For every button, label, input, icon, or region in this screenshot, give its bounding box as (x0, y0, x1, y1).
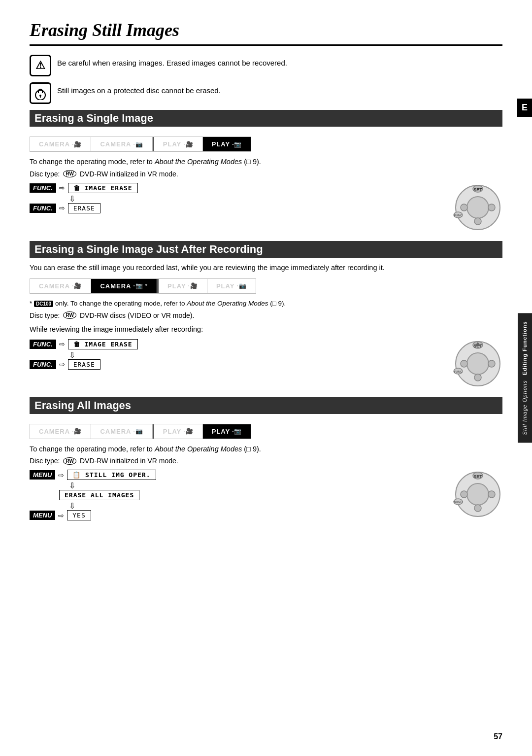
dial-control-2: SET FUNC (453, 339, 502, 388)
step-row-1-1: FUNC. ⇨ 🗑 IMAGE ERASE (30, 183, 438, 193)
warning-notice: ⚠ Be careful when erasing images. Erased… (30, 55, 502, 76)
info-notice: Still images on a protected disc cannot … (30, 82, 502, 104)
sidebar-line1: Editing Functions (521, 321, 529, 375)
dc100-badge: DC100 (34, 301, 53, 307)
arrow-3-3: ⇨ (58, 512, 64, 519)
disc-type-3: Disc type: RW DVD-RW initialized in VR m… (30, 457, 502, 465)
step-box-1-1: 🗑 IMAGE ERASE (68, 183, 138, 193)
mode-btn-play-photo-3: PLAY ·📷 (203, 424, 251, 439)
steps-1: FUNC. ⇨ 🗑 IMAGE ERASE ⇩ FUNC. ⇨ ERASE (30, 183, 438, 215)
instruction-area-1: FUNC. ⇨ 🗑 IMAGE ERASE ⇩ FUNC. ⇨ ERASE SE… (30, 183, 502, 232)
dvdrw-badge-3: RW (63, 457, 76, 465)
mode-btn-camera-photo-2: CAMERA ·📷 * (91, 279, 157, 293)
section-title-3: Erasing All Images (30, 397, 502, 414)
step-box-3-3: YES (67, 510, 91, 520)
mode-btn-play-video-1: PLAY ·🎥 (154, 137, 203, 151)
mode-btn-play-photo-1: PLAY ·📷 (203, 137, 251, 151)
mode-btn-play-photo-2: PLAY ·📷 (207, 279, 256, 293)
page-number: 57 (494, 732, 502, 741)
photo-sym-3: ·📷 (133, 428, 143, 435)
svg-point-13 (467, 353, 489, 375)
photo-sym-1: ·📷 (133, 141, 143, 148)
func-label-2-2: FUNC. (30, 360, 56, 369)
menu-label-3-1: MENU (30, 470, 55, 480)
step-row-2-1: FUNC. ⇨ 🗑 IMAGE ERASE (30, 339, 438, 349)
section-single-image: Erasing a Single Image CAMERA ·🎥 CAMERA … (30, 110, 502, 232)
instruction-area-3: MENU ⇨ 📋 STILL IMG OPER. ⇩ ERASE ALL IMA… (30, 470, 502, 522)
dvdrw-badge-1: RW (63, 170, 76, 177)
disc-type-1: Disc type: RW DVD-RW initialized in VR m… (30, 170, 502, 178)
step-box-2-2: ERASE (68, 359, 100, 370)
dial-control-1: SET FUNC (453, 183, 502, 232)
camera-photo-label-2: CAMERA (100, 282, 131, 290)
arrow-1-1: ⇨ (59, 184, 65, 192)
video-sym-2: ·🎥 (72, 282, 82, 289)
page-title: Erasing Still Images (30, 20, 502, 40)
play-video-sym-2: ·🎥 (188, 282, 198, 289)
mode-btn-play-video-2: PLAY ·🎥 (159, 279, 207, 293)
lock-icon (30, 82, 51, 104)
section-title-1: Erasing a Single Image (30, 110, 502, 127)
section-title-2: Erasing a Single Image Just After Record… (30, 241, 502, 258)
info-text: Still images on a protected disc cannot … (57, 82, 221, 95)
svg-text:FUNC: FUNC (454, 370, 463, 373)
func-label-1-2: FUNC. (30, 204, 56, 213)
play-video-label-3: PLAY (163, 428, 181, 435)
step-row-3-3: MENU ⇨ YES (30, 510, 438, 520)
play-photo-label-3: PLAY (212, 428, 230, 435)
step-box-3-2: ERASE ALL IMAGES (59, 490, 139, 500)
arrow-down-2-1: ⇩ (69, 351, 438, 359)
camera-photo-label-3: CAMERA (100, 428, 131, 435)
disc-type-2: Disc type: RW DVD-RW discs (VIDEO or VR … (30, 311, 502, 319)
svg-point-4 (467, 197, 489, 218)
svg-point-7 (461, 204, 467, 211)
svg-point-8 (488, 204, 495, 211)
camera-photo-label-1: CAMERA (100, 140, 131, 148)
body-text-1: To change the operating mode, refer to A… (30, 157, 502, 168)
e-tab: E (517, 99, 532, 117)
description-2: You can erase the still image you record… (30, 263, 502, 274)
arrow-down-3-2: ⇩ (69, 502, 438, 510)
warning-icon: ⚠ (30, 55, 51, 76)
svg-point-16 (461, 360, 467, 367)
steps-3: MENU ⇨ 📋 STILL IMG OPER. ⇩ ERASE ALL IMA… (30, 470, 438, 522)
svg-point-27 (488, 491, 495, 498)
step-row-3-2: ERASE ALL IMAGES (59, 490, 438, 500)
section-all-images: Erasing All Images CAMERA ·🎥 CAMERA ·📷 P… (30, 397, 502, 523)
play-photo-label-2: PLAY (216, 282, 234, 290)
arrow-2-2: ⇨ (59, 360, 65, 368)
play-photo-sym-1: ·📷 (232, 141, 242, 148)
svg-point-23 (467, 483, 489, 505)
body-text-3: To change the operating mode, refer to A… (30, 444, 502, 455)
svg-text:SET: SET (473, 187, 482, 192)
play-photo-label-1: PLAY (212, 140, 230, 148)
play-video-sym-1: ·🎥 (183, 141, 193, 148)
steps-2: FUNC. ⇨ 🗑 IMAGE ERASE ⇩ FUNC. ⇨ ERASE (30, 339, 438, 372)
svg-point-26 (461, 491, 467, 498)
instruction-area-2: FUNC. ⇨ 🗑 IMAGE ERASE ⇩ FUNC. ⇨ ERASE SE… (30, 339, 502, 388)
play-video-sym-3: ·🎥 (183, 428, 193, 435)
asterisk-2: * (145, 283, 148, 289)
dvdrw-badge-2: RW (63, 311, 76, 319)
arrow-3-1: ⇨ (58, 471, 64, 479)
section-single-after: Erasing a Single Image Just After Record… (30, 241, 502, 388)
mode-btn-play-video-3: PLAY ·🎥 (154, 424, 203, 439)
mode-btn-camera-photo-1: CAMERA ·📷 (91, 137, 152, 151)
camera-video-label-3: CAMERA (39, 428, 70, 435)
svg-point-28 (474, 505, 481, 512)
step-row-3-1: MENU ⇨ 📋 STILL IMG OPER. (30, 470, 438, 480)
svg-text:MENU: MENU (454, 501, 463, 504)
camera-video-label-2: CAMERA (39, 282, 70, 290)
svg-point-17 (488, 360, 495, 367)
warning-text: Be careful when erasing images. Erased i… (57, 55, 287, 67)
play-video-label-2: PLAY (167, 282, 186, 290)
dial-control-3: SET MENU (453, 470, 502, 519)
func-label-1-1: FUNC. (30, 183, 56, 193)
asterisk-note-2: * DC100 only. To change the operating mo… (30, 299, 502, 309)
photo-sym-2: ·📷 (133, 282, 143, 289)
play-video-label-1: PLAY (163, 140, 181, 148)
play-photo-sym-3: ·📷 (232, 428, 242, 435)
sidebar-tab: Editing Functions Still Image Options (518, 313, 532, 443)
menu-label-3-3: MENU (30, 511, 55, 520)
mode-btn-camera-video-3: CAMERA ·🎥 (30, 424, 91, 439)
